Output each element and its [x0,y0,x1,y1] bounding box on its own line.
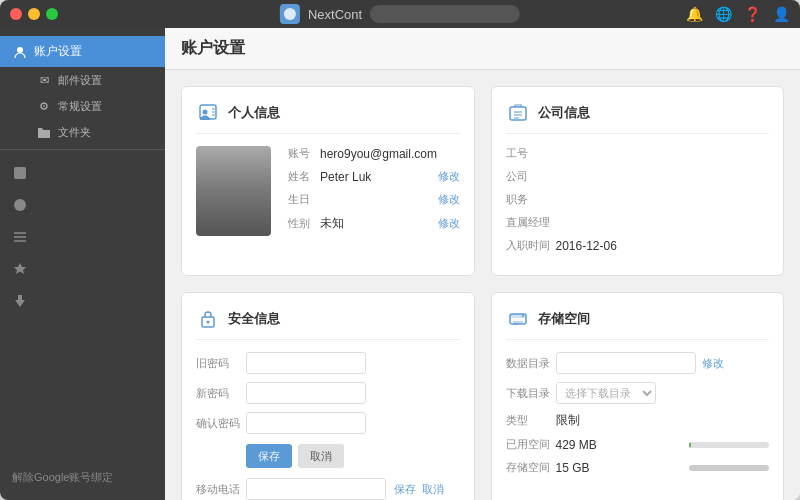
used-space-bar [689,442,769,448]
field-joindate: 入职时间 2016-12-06 [506,238,770,253]
data-dir-label: 数据目录 [506,356,556,371]
birthday-edit-button[interactable]: 修改 [438,192,460,207]
minimize-button[interactable] [28,8,40,20]
security-save-button[interactable]: 保存 [246,444,292,468]
field-old-password: 旧密码 [196,352,460,374]
sidebar-email-label: 邮件设置 [58,73,157,88]
mobile-cancel-button[interactable]: 取消 [422,482,444,497]
account-icon [12,44,28,60]
mobile-row: 移动电话 保存 取消 [196,478,460,500]
sidebar-nav-3[interactable] [0,222,165,252]
mobile-label: 移动电话 [196,482,246,497]
nav1-icon [12,165,28,181]
nav5-icon [12,293,28,309]
security-icon [196,307,220,331]
sidebar-nav-5[interactable] [0,286,165,316]
sidebar-item-folder[interactable]: 文件夹 [28,119,165,145]
settings-icon: ⚙ [36,98,52,114]
position-label: 职务 [506,192,556,207]
data-dir-edit-button[interactable]: 修改 [702,356,724,371]
svg-point-1 [17,47,23,53]
bell-icon[interactable]: 🔔 [686,6,703,22]
sidebar-item-general[interactable]: ⚙ 常规设置 [28,93,165,119]
confirm-password-input[interactable] [246,412,366,434]
nav3-icon [12,229,28,245]
personal-fields: 账号 hero9you@gmail.com 姓名 Peter Luk 修改 生日 [288,146,460,246]
field-manager: 直属经理 [506,215,770,230]
content-body: 个人信息 账号 hero9you@gmail. [165,70,800,500]
security-cancel-button[interactable]: 取消 [298,444,344,468]
used-space-value: 429 MB [556,438,690,452]
company-info-section: 公司信息 工号 公司 职务 [491,86,785,276]
sidebar-item-email[interactable]: ✉ 邮件设置 [28,67,165,93]
sidebar-item-account[interactable]: 账户设置 [0,36,165,67]
titlebar: NextCont 🔔 🌐 ❓ 👤 [0,0,800,28]
used-space-label: 已用空间 [506,437,556,452]
titlebar-actions: 🔔 🌐 ❓ 👤 [686,6,790,22]
globe-icon[interactable]: 🌐 [715,6,732,22]
personal-info-title: 个人信息 [228,104,280,122]
svg-point-8 [207,321,210,324]
name-edit-button[interactable]: 修改 [438,169,460,184]
manager-label: 直属经理 [506,215,556,230]
account-label: 账号 [288,146,320,161]
search-bar[interactable] [370,5,520,23]
mobile-save-button[interactable]: 保存 [394,482,416,497]
security-buttons: 保存 取消 [196,444,460,468]
field-account: 账号 hero9you@gmail.com [288,146,460,161]
storage-fields: 数据目录 修改 下载目录 选择下载目录 类型 [506,352,770,475]
company-icon [506,101,530,125]
sidebar-general-label: 常规设置 [58,99,157,114]
avatar[interactable] [196,146,271,236]
gender-edit-button[interactable]: 修改 [438,216,460,231]
total-space-bar [689,465,769,471]
content-header: 账户设置 [165,28,800,70]
close-button[interactable] [10,8,22,20]
gender-label: 性别 [288,216,320,231]
data-dir-input[interactable] [556,352,696,374]
total-space-bar-fill [689,465,769,471]
mobile-actions: 保存 取消 [394,482,444,497]
field-birthday: 生日 修改 [288,192,460,207]
new-password-input[interactable] [246,382,366,404]
company-info-header: 公司信息 [506,101,770,134]
bottom-sections-row: 安全信息 旧密码 新密码 确认密码 [181,292,784,500]
mobile-input[interactable] [246,478,386,500]
field-confirm-password: 确认密码 [196,412,460,434]
old-password-input[interactable] [246,352,366,374]
sidebar-nav-2[interactable] [0,190,165,220]
security-info-title: 安全信息 [228,310,280,328]
security-info-section: 安全信息 旧密码 新密码 确认密码 [181,292,475,500]
type-label: 类型 [506,413,556,428]
sidebar-nav-1[interactable] [0,158,165,188]
personal-info-section: 个人信息 账号 hero9you@gmail. [181,86,475,276]
sidebar-nav-4[interactable] [0,254,165,284]
company-label: 公司 [506,169,556,184]
personal-content: 账号 hero9you@gmail.com 姓名 Peter Luk 修改 生日 [196,146,460,246]
nav4-icon [12,261,28,277]
field-used-space: 已用空间 429 MB [506,437,770,452]
total-space-label: 存储空间 [506,460,556,475]
user-icon[interactable]: 👤 [773,6,790,22]
personal-icon [196,101,220,125]
name-label: 姓名 [288,169,320,184]
field-gender: 性别 未知 修改 [288,215,460,232]
old-password-label: 旧密码 [196,356,246,371]
download-dir-select[interactable]: 选择下载目录 [556,382,656,404]
storage-icon [506,307,530,331]
used-space-bar-fill [689,442,691,448]
avatar-area [196,146,276,246]
sidebar-bottom: 解除Google账号绑定 [0,459,165,500]
svg-point-0 [284,8,296,20]
joindate-label: 入职时间 [506,238,556,253]
sidebar: 账户设置 ✉ 邮件设置 ⚙ 常规设置 文件夹 [0,28,165,500]
google-unbind-button[interactable]: 解除Google账号绑定 [12,467,153,488]
help-icon[interactable]: ❓ [744,6,761,22]
jobnum-label: 工号 [506,146,556,161]
maximize-button[interactable] [46,8,58,20]
gender-value: 未知 [320,215,430,232]
svg-point-5 [203,110,208,115]
personal-info-header: 个人信息 [196,101,460,134]
field-jobnum: 工号 [506,146,770,161]
new-password-label: 新密码 [196,386,246,401]
